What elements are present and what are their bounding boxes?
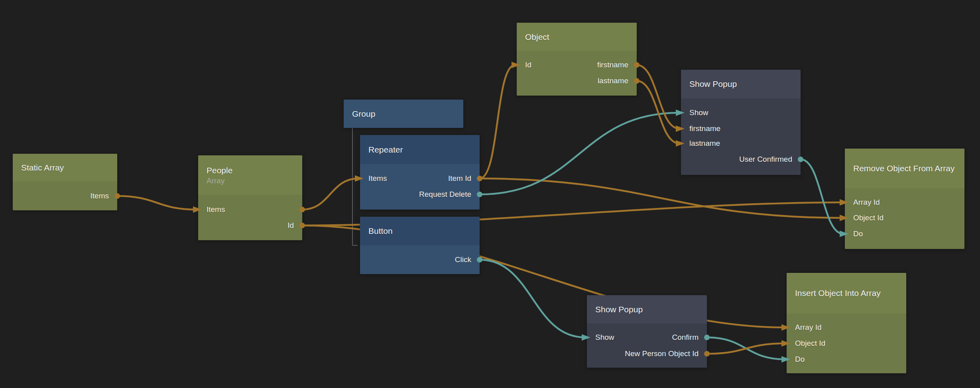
node-repeater[interactable]: RepeaterItemsItem IdRequest Delete bbox=[360, 135, 480, 210]
input-port-label[interactable]: Id bbox=[525, 60, 531, 70]
port-row: Items bbox=[13, 191, 117, 201]
wire-repeater-to-show-popup-top[interactable] bbox=[480, 113, 679, 194]
node-title: Repeater bbox=[368, 144, 471, 155]
node-header[interactable]: Show Popup bbox=[587, 295, 707, 323]
node-people[interactable]: PeopleArrayItemsId bbox=[198, 155, 302, 240]
input-port-label[interactable]: lastname bbox=[689, 139, 720, 148]
output-port-label[interactable]: User Confirmed bbox=[739, 155, 792, 164]
node-remove-object[interactable]: Remove Object From ArrayArray IdObject I… bbox=[845, 149, 964, 249]
node-header[interactable]: Group bbox=[344, 100, 463, 128]
node-group[interactable]: Group bbox=[344, 100, 463, 128]
port-row: Items bbox=[198, 205, 302, 214]
output-port-label[interactable]: lastname bbox=[598, 76, 628, 86]
output-port-label[interactable]: New Person Object Id bbox=[625, 349, 699, 359]
node-button[interactable]: ButtonClick bbox=[360, 217, 480, 274]
node-title: Show Popup bbox=[689, 78, 792, 90]
node-header[interactable]: PeopleArray bbox=[198, 155, 302, 195]
input-port-label[interactable]: Do bbox=[853, 229, 863, 239]
wire-show-popup-bottom-to-insert-object[interactable] bbox=[707, 343, 785, 354]
node-header[interactable]: Remove Object From Array bbox=[845, 149, 964, 188]
node-header[interactable]: Static Array bbox=[13, 154, 117, 181]
wire-people-to-repeater[interactable] bbox=[302, 178, 358, 210]
node-static-array[interactable]: Static ArrayItems bbox=[13, 154, 117, 210]
output-port-label[interactable]: Click bbox=[455, 255, 471, 265]
port-row: ShowConfirm bbox=[587, 333, 707, 342]
port-row: firstname bbox=[681, 124, 801, 133]
wire-button-to-show-popup-bottom[interactable] bbox=[480, 260, 585, 337]
node-title: Group bbox=[352, 108, 455, 120]
output-port-label[interactable]: Request Delete bbox=[419, 190, 471, 199]
node-header[interactable]: Object bbox=[517, 23, 637, 51]
input-port-label[interactable]: firstname bbox=[689, 124, 720, 133]
input-port-label[interactable]: Array Id bbox=[853, 198, 880, 207]
input-port-label[interactable]: Show bbox=[689, 108, 708, 118]
wire-static-array-to-people[interactable] bbox=[117, 196, 197, 210]
wire-show-popup-top-to-remove-object[interactable] bbox=[801, 159, 843, 234]
port-row: Show bbox=[681, 108, 801, 118]
node-show-popup-top[interactable]: Show PopupShowfirstnamelastnameUser Conf… bbox=[681, 70, 801, 175]
output-port-label[interactable]: Confirm bbox=[672, 333, 699, 342]
node-subtitle: Array bbox=[207, 176, 294, 185]
input-port-label[interactable]: Object Id bbox=[795, 339, 825, 348]
port-row: Object Id bbox=[787, 339, 906, 348]
port-row: User Confirmed bbox=[681, 155, 801, 164]
port-row: Idfirstname bbox=[517, 60, 637, 70]
port-row: Click bbox=[360, 255, 480, 265]
node-header[interactable]: Show Popup bbox=[681, 70, 801, 98]
port-row: Id bbox=[198, 221, 302, 230]
input-port-label[interactable]: Items bbox=[207, 205, 225, 214]
input-port-label[interactable]: Items bbox=[368, 174, 387, 183]
node-title: Show Popup bbox=[595, 304, 699, 315]
port-row: Request Delete bbox=[360, 190, 480, 199]
node-object[interactable]: ObjectIdfirstnamelastname bbox=[517, 23, 637, 96]
node-header[interactable]: Repeater bbox=[360, 135, 480, 164]
input-port-label[interactable]: Show bbox=[595, 333, 614, 342]
node-title: People bbox=[207, 165, 294, 176]
node-title: Object bbox=[525, 31, 628, 43]
node-title: Remove Object From Array bbox=[853, 163, 956, 174]
input-port-label[interactable]: Array Id bbox=[795, 323, 822, 332]
wire-repeater-to-object[interactable] bbox=[480, 65, 515, 178]
output-port-label[interactable]: Item Id bbox=[448, 174, 471, 183]
node-insert-object[interactable]: Insert Object Into ArrayArray IdObject I… bbox=[787, 273, 906, 373]
output-port-label[interactable]: Id bbox=[287, 221, 294, 230]
input-port-label[interactable]: Object Id bbox=[853, 213, 884, 223]
port-row: Do bbox=[787, 355, 906, 364]
port-row: ItemsItem Id bbox=[360, 174, 480, 183]
output-port-label[interactable]: firstname bbox=[597, 60, 628, 70]
port-row: lastname bbox=[517, 76, 637, 86]
node-title: Insert Object Into Array bbox=[795, 288, 898, 299]
node-title: Button bbox=[368, 225, 471, 237]
output-port-label[interactable]: Items bbox=[91, 191, 109, 201]
port-row: Array Id bbox=[845, 198, 964, 207]
node-header[interactable]: Button bbox=[360, 217, 480, 245]
port-row: Array Id bbox=[787, 323, 906, 332]
node-show-popup-bottom[interactable]: Show PopupShowConfirmNew Person Object I… bbox=[587, 295, 707, 368]
node-title: Static Array bbox=[21, 162, 109, 173]
port-row: Do bbox=[845, 229, 964, 239]
port-row: lastname bbox=[681, 139, 801, 148]
port-row: New Person Object Id bbox=[587, 349, 707, 359]
node-header[interactable]: Insert Object Into Array bbox=[787, 273, 906, 314]
wire-object-to-show-popup-top[interactable] bbox=[637, 65, 679, 129]
input-port-label[interactable]: Do bbox=[795, 355, 805, 364]
node-editor-canvas[interactable]: Static ArrayItemsPeopleArrayItemsIdGroup… bbox=[0, 0, 980, 388]
port-row: Object Id bbox=[845, 213, 964, 223]
